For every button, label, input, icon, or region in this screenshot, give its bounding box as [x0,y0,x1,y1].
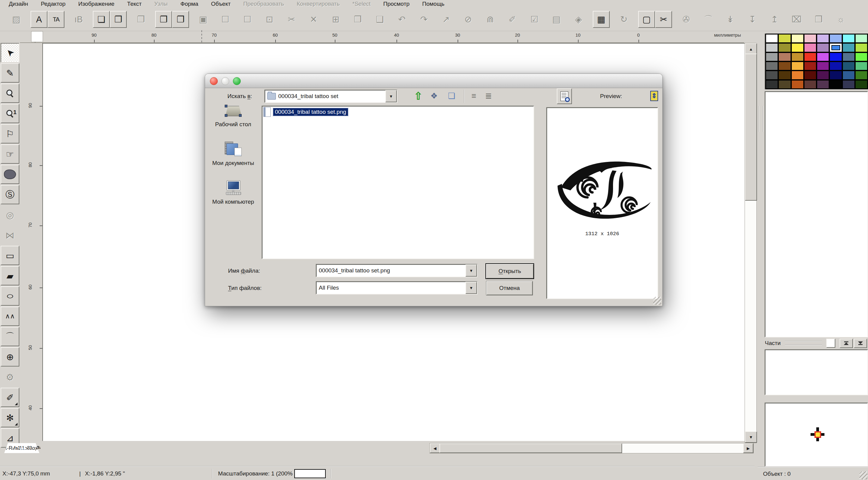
palette-swatch[interactable] [843,34,855,42]
bezier-tool[interactable]: ⌒ [1,327,19,346]
list-view-icon[interactable]: ≡ [468,89,480,103]
vertical-scroll-thumb[interactable] [745,54,757,201]
fill-plus-tool[interactable]: ⊕ [1,347,19,366]
preview-toggle-button[interactable] [557,88,572,104]
palette-swatch[interactable] [779,62,790,70]
menu-item-editor[interactable]: Редактор [34,0,72,8]
parts-move-down-button[interactable] [854,339,867,348]
file-type-dropdown-arrow[interactable]: ▼ [465,282,477,294]
palette-swatch[interactable] [779,71,790,79]
palette-swatch[interactable] [766,43,778,52]
up-one-level-icon[interactable]: ⇧ [412,89,425,103]
text-style-a-icon-button[interactable]: A [31,11,48,28]
palette-swatch[interactable] [856,53,867,61]
menu-item-design[interactable]: Дизайн [2,0,34,8]
dialog-resize-grip[interactable] [653,297,661,305]
palette-swatch[interactable] [766,62,778,70]
flip-preview-icon[interactable]: ⇕ [648,89,660,103]
pan-hand-tool[interactable]: ☞ [1,144,19,164]
palette-swatch[interactable] [792,71,803,79]
file-name-dropdown-arrow[interactable]: ▼ [465,265,477,277]
menu-item-shape[interactable]: Форма [174,0,205,8]
palette-swatch[interactable] [817,71,829,79]
new-folder-icon[interactable]: ❏ [445,89,458,103]
look-in-dropdown-arrow[interactable]: ▼ [385,90,397,102]
rectangle-tool[interactable]: ▭ [1,246,19,265]
palette-swatch[interactable] [779,34,790,42]
palette-swatch[interactable] [805,53,816,61]
text-kerning-icon-button[interactable]: ТА [48,11,64,28]
gallery-panel[interactable] [765,91,868,337]
palette-swatch[interactable] [805,81,816,88]
palette-swatch[interactable] [766,34,778,42]
zoom-input[interactable] [294,469,326,478]
palette-swatch[interactable] [830,62,841,70]
selector-tool[interactable]: ➤ [1,43,19,62]
view-desktop-icon[interactable]: ❖ [428,89,440,103]
cancel-button[interactable]: Отмена [486,281,533,295]
palette-swatch[interactable] [805,43,816,52]
minimize-window-button[interactable] [221,77,229,85]
details-view-icon[interactable]: ≣ [482,89,495,103]
scroll-down-button[interactable]: ▼ [745,431,757,443]
dialog-title-bar[interactable] [205,74,662,88]
palette-swatch[interactable] [843,71,855,79]
palette-swatch[interactable] [843,62,855,70]
scroll-right-button[interactable]: ▶ [743,443,753,453]
file-name-combobox[interactable]: 000034_tribal tattoo set.png ▼ [316,264,477,277]
palette-swatch[interactable] [792,43,803,52]
palette-swatch[interactable] [766,81,778,88]
file-list[interactable]: 000034_tribal tattoo set.png [261,106,534,259]
new-document-icon-button[interactable]: ❏ [93,11,110,28]
zoom-tool[interactable] [1,84,19,103]
palette-swatch[interactable] [830,34,841,42]
file-type-combobox[interactable]: All Files ▼ [316,281,477,295]
freehand-select-tool[interactable]: ⚐ [1,124,19,144]
palette-swatch[interactable] [792,53,803,61]
close-window-button[interactable] [210,77,218,85]
place-desktop[interactable]: Рабочий стол [215,104,251,128]
place-computer[interactable]: Мой компьютер [212,180,254,205]
maximize-window-button[interactable] [233,77,241,85]
window-resize-grip[interactable] [860,472,867,479]
palette-swatch[interactable] [817,62,829,70]
magic-wand-tool[interactable]: ✻ [1,408,19,427]
palette-swatch[interactable] [817,53,829,61]
file-list-item[interactable]: 000034_tribal tattoo set.png [262,106,533,118]
scroll-up-button[interactable]: ▲ [745,43,757,55]
open-folder-icon-button[interactable]: ❐ [110,11,127,28]
brush-tool[interactable]: ✐ [1,388,19,407]
open-button[interactable]: Открыть [486,263,534,279]
palette-swatch[interactable] [792,62,803,70]
menu-item-image[interactable]: Изображение [72,0,121,8]
scroll-left-button[interactable]: ◀ [430,443,440,453]
panel-splitter-handle[interactable] [758,106,763,132]
palette-swatch[interactable] [805,62,816,70]
palette-swatch[interactable] [779,81,790,88]
menu-item-text[interactable]: Текст [121,0,148,8]
menu-item-object[interactable]: Объект [205,0,237,8]
palette-swatch[interactable] [817,43,829,52]
vertical-scrollbar[interactable]: ▲ ▼ [745,43,757,443]
freehand-shape-tool[interactable]: ○ [1,286,19,306]
scissors-eye-icon-button[interactable]: ✂ [655,11,672,28]
palette-swatch[interactable] [830,43,841,52]
zoom-1-1-tool[interactable]: 1 [1,104,19,123]
parts-detach-button[interactable] [826,339,835,348]
look-in-combobox[interactable]: 000034_tribal tattoo set ▼ [264,90,397,103]
export-icon-button[interactable]: ❐ [172,11,189,28]
palette-swatch[interactable] [817,34,829,42]
palette-swatch[interactable] [843,53,855,61]
palette-swatch[interactable] [856,34,867,42]
palette-swatch[interactable] [817,81,829,88]
palette-swatch[interactable] [843,81,855,88]
menu-item-help[interactable]: Помощь [416,0,451,8]
rounded-rect-icon-button[interactable]: ▢ [638,11,655,28]
horizontal-scroll-thumb[interactable] [439,443,622,453]
import-icon-button[interactable]: ❐ [155,11,172,28]
menu-item-view[interactable]: Просмотр [377,0,416,8]
palette-swatch[interactable] [792,34,803,42]
parts-move-up-button[interactable] [840,339,853,348]
palette-swatch[interactable] [792,81,803,88]
palette-swatch[interactable] [805,34,816,42]
